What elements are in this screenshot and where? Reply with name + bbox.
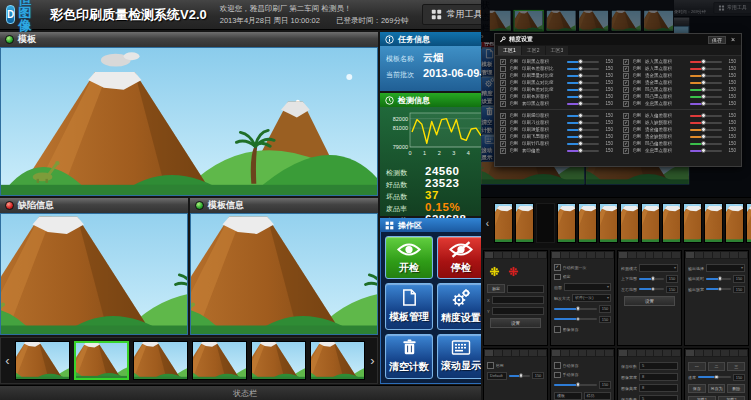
panel-tab[interactable] <box>695 252 703 258</box>
panel-tab[interactable] <box>552 252 560 258</box>
thumbnail[interactable] <box>662 203 681 243</box>
slider-knob[interactable] <box>578 73 583 78</box>
panel-tab[interactable] <box>587 252 595 258</box>
panel-tab[interactable] <box>637 350 645 356</box>
slider-knob[interactable] <box>701 127 706 132</box>
small-button[interactable]: 保存 <box>688 384 706 393</box>
text-input[interactable] <box>507 285 544 293</box>
checkbox[interactable]: ✓ <box>500 73 506 79</box>
thumbnail[interactable] <box>536 203 555 243</box>
slider-knob[interactable] <box>578 148 583 153</box>
checkbox[interactable]: ✓ <box>500 94 506 100</box>
slider-knob[interactable] <box>701 73 706 78</box>
panel-tab[interactable] <box>695 350 703 356</box>
slider-track[interactable] <box>567 129 599 131</box>
slider-track[interactable] <box>690 150 722 152</box>
slider-knob[interactable] <box>519 373 524 378</box>
slider-track[interactable] <box>690 136 722 138</box>
panel-tab[interactable] <box>713 252 721 258</box>
slider-track[interactable] <box>639 278 664 280</box>
panel-tab[interactable] <box>713 350 721 356</box>
panel-tab[interactable] <box>494 350 502 356</box>
checkbox[interactable]: ✓ <box>554 264 561 271</box>
checkbox[interactable] <box>554 362 561 369</box>
dropdown[interactable]: ▾ <box>639 264 678 272</box>
text-input[interactable]: 8 <box>639 373 678 381</box>
slider-track[interactable] <box>567 82 599 84</box>
slider-knob[interactable] <box>578 80 583 85</box>
slider-knob[interactable] <box>578 94 583 99</box>
slider-knob[interactable] <box>576 382 581 387</box>
panel-tab[interactable] <box>538 252 546 258</box>
panel-tab[interactable] <box>628 252 636 258</box>
panel-tab[interactable] <box>637 252 645 258</box>
thumbnail[interactable] <box>683 203 702 243</box>
dropdown[interactable]: ▾ <box>706 264 745 272</box>
slider-knob[interactable] <box>576 306 581 311</box>
slider-knob[interactable] <box>701 120 706 125</box>
checkbox[interactable] <box>554 326 561 333</box>
slider-track[interactable] <box>567 61 599 63</box>
panel-tab[interactable] <box>570 350 578 356</box>
thumbnail[interactable] <box>599 203 618 243</box>
slider-track[interactable] <box>706 278 731 280</box>
checkbox[interactable] <box>487 362 494 369</box>
slider-knob[interactable] <box>578 127 583 132</box>
checkbox[interactable]: ✓ <box>623 94 629 100</box>
panel-tab[interactable] <box>494 252 502 258</box>
slider-track[interactable] <box>567 115 599 117</box>
slider-knob[interactable] <box>651 276 656 281</box>
checkbox[interactable]: ✓ <box>623 120 629 126</box>
开检-button[interactable]: 开检 <box>385 236 433 279</box>
text-input[interactable]: 5 <box>639 395 678 400</box>
slider-track[interactable] <box>567 75 599 77</box>
thumbnail[interactable] <box>557 203 576 243</box>
panel-tab[interactable] <box>570 252 578 258</box>
精度设置-button[interactable]: 精度设置 <box>437 283 485 329</box>
slider-track[interactable] <box>567 143 599 145</box>
dialog-tab[interactable]: 工区3 <box>546 46 569 55</box>
slider-knob[interactable] <box>718 276 723 281</box>
filmstrip-prev-arrow[interactable]: ‹ <box>3 353 12 368</box>
slider-track[interactable] <box>509 375 530 377</box>
checkbox[interactable]: ✓ <box>500 101 506 107</box>
panel-button[interactable]: 设置 <box>624 296 675 306</box>
slider-knob[interactable] <box>578 59 583 64</box>
slider-knob[interactable] <box>718 287 723 292</box>
dialog-tab[interactable]: 工区2 <box>522 46 545 55</box>
small-button[interactable]: 标定 <box>487 284 505 293</box>
thumbnail[interactable] <box>578 203 597 243</box>
slider-knob[interactable] <box>578 120 583 125</box>
checkbox[interactable] <box>554 274 561 281</box>
checkbox[interactable]: ✓ <box>623 66 629 72</box>
slider-track[interactable] <box>567 122 599 124</box>
panel-tab[interactable] <box>561 350 569 356</box>
slider-track[interactable] <box>567 103 599 105</box>
slider-track[interactable] <box>690 82 722 84</box>
panel-tab[interactable] <box>730 252 738 258</box>
small-button[interactable]: 删除 <box>727 384 745 393</box>
text-input[interactable]: 5 <box>639 362 678 370</box>
模板管理-button[interactable]: 模板管理 <box>385 283 433 329</box>
slider-track[interactable] <box>690 61 722 63</box>
slider-knob[interactable] <box>576 317 581 322</box>
slider-knob[interactable] <box>701 87 706 92</box>
checkbox[interactable]: ✓ <box>623 134 629 140</box>
thumbnail[interactable] <box>494 203 513 243</box>
slider-knob[interactable] <box>578 87 583 92</box>
panel-tab[interactable] <box>596 350 604 356</box>
slider-track[interactable] <box>554 318 597 320</box>
panel-tab[interactable] <box>672 350 680 356</box>
slider-track[interactable] <box>690 75 722 77</box>
panel-tab[interactable] <box>686 252 694 258</box>
dropdown[interactable]: 软件(一次)▾ <box>572 294 611 302</box>
checkbox[interactable]: ✓ <box>500 59 506 65</box>
slider-track[interactable] <box>567 136 599 138</box>
panel-tab[interactable] <box>730 350 738 356</box>
thumbnail[interactable] <box>725 203 744 243</box>
slider-knob[interactable] <box>578 66 583 71</box>
text-field[interactable]: 样品 <box>584 392 612 400</box>
checkbox[interactable]: ✓ <box>623 80 629 86</box>
slider-track[interactable] <box>690 129 722 131</box>
thumbnail[interactable] <box>310 341 365 380</box>
